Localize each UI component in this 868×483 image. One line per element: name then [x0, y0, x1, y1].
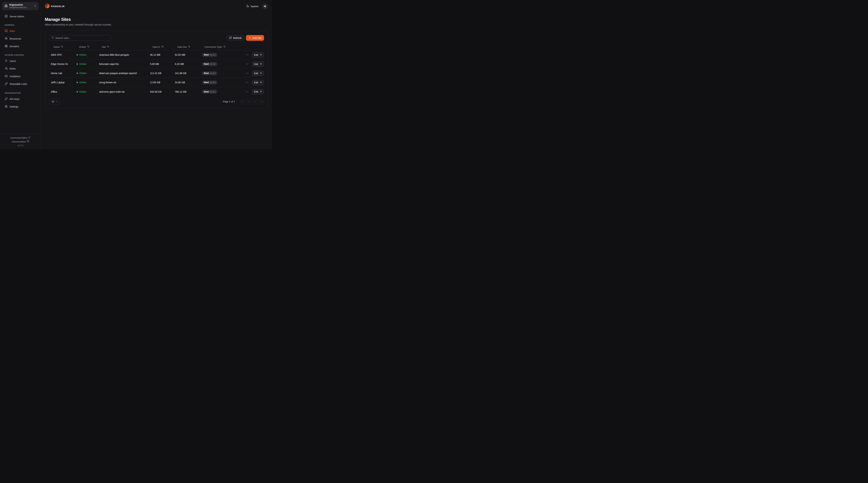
data-in-value: 112.42 GB: [148, 72, 173, 74]
theme-toggle[interactable]: System: [246, 5, 258, 8]
row-menu-button[interactable]: [245, 62, 249, 66]
site-name: Office: [49, 90, 75, 93]
site-slug: vivacious-little-blue-penguin: [97, 54, 148, 56]
sidebar-item-api-keys[interactable]: API Keys: [0, 96, 41, 102]
online-label: Online: [79, 54, 86, 56]
online-label: Online: [79, 90, 86, 93]
site-name: AWS VPC: [49, 54, 75, 56]
edit-button[interactable]: Edit: [252, 52, 264, 58]
column-header-data-out[interactable]: Data Out: [173, 45, 200, 48]
sidebar-item-domains[interactable]: Domains: [0, 43, 41, 49]
row-actions: Edit: [226, 80, 264, 85]
sidebar-item-server-admin[interactable]: Server Admin: [0, 14, 41, 19]
avatar-initial: M: [264, 5, 266, 8]
row-menu-button[interactable]: [245, 71, 249, 75]
site-name: Jeff's Laptop: [49, 81, 75, 84]
data-out-value: 34.80 GB: [173, 81, 200, 84]
search-input[interactable]: [55, 37, 109, 39]
next-page-button[interactable]: [253, 99, 258, 104]
last-page-button[interactable]: [259, 99, 264, 104]
online-dot: [76, 63, 78, 65]
pangolin-logo-icon: [45, 3, 50, 9]
sort-icon: [61, 45, 63, 48]
site-name: Home Lab: [49, 72, 75, 74]
sidebar-item-invitations[interactable]: Invitations: [0, 73, 41, 79]
column-header-online[interactable]: Online: [75, 45, 97, 48]
section-label-access-control: ACCESS CONTROL: [0, 54, 41, 56]
online-status: Online: [75, 72, 97, 74]
column-label: Site: [102, 45, 106, 48]
column-header-data-in[interactable]: Data In: [148, 45, 173, 48]
edit-button[interactable]: Edit: [252, 71, 264, 76]
sidebar-item-label: Resources: [9, 37, 21, 40]
row-actions: Edit: [226, 52, 264, 58]
sidebar-item-label: Users: [9, 60, 16, 62]
online-status: Online: [75, 81, 97, 84]
chevrons-up-down-icon: [34, 4, 36, 8]
topbar: PANGOLIN System M: [41, 0, 272, 12]
row-menu-button[interactable]: [245, 53, 249, 57]
data-in-value: 30.12 MB: [148, 54, 173, 56]
sort-icon: [87, 45, 89, 48]
column-header-site[interactable]: Site: [97, 45, 148, 48]
search-box: [49, 35, 111, 41]
sidebar-item-shareable-links[interactable]: Shareable Links: [0, 81, 41, 87]
search-icon: [51, 36, 54, 39]
add-site-button[interactable]: Add Site: [246, 35, 264, 41]
site-name: Edge Device 01: [49, 63, 75, 65]
online-status: Online: [75, 90, 97, 93]
sidebar-item-users[interactable]: Users: [0, 58, 41, 64]
data-out-value: 780.12 GB: [173, 90, 200, 93]
online-label: Online: [79, 63, 86, 65]
site-slug: smug-brown-rat: [97, 81, 148, 84]
user-avatar[interactable]: M: [262, 4, 268, 9]
community-edition-link[interactable]: Community Edition: [0, 136, 41, 140]
community-edition-label: Community Edition: [10, 136, 28, 140]
column-header-name[interactable]: Name: [49, 45, 75, 48]
data-in-value: 534.98 GB: [148, 90, 173, 93]
globe-icon: [5, 44, 8, 48]
edit-button[interactable]: Edit: [252, 89, 264, 94]
org-switcher[interactable]: Organization milo@fossorial.io's ...: [2, 2, 38, 10]
users-icon: [5, 67, 8, 70]
sidebar-item-label: Domains: [9, 45, 19, 48]
sidebar-item-roles[interactable]: Roles: [0, 66, 41, 71]
sidebar-item-sites[interactable]: Sites: [0, 28, 41, 34]
data-in-value: 12.65 GB: [148, 81, 173, 84]
section-label-organization: ORGANIZATION: [0, 92, 41, 94]
connection-badge: Newtv1.3.2: [202, 80, 217, 85]
table-header: Name Online Site Data In: [49, 43, 264, 50]
page-title: Manage Sites: [45, 17, 268, 22]
column-label: Data In: [153, 45, 160, 48]
page-head: Manage Sites Allow connectivity to your …: [41, 12, 272, 26]
site-slug: dead-san-joaquin-antelope-squirrel: [97, 72, 148, 74]
row-menu-button[interactable]: [245, 80, 249, 85]
edit-button[interactable]: Edit: [252, 80, 264, 85]
sidebar-item-label: Server Admin: [9, 15, 24, 18]
data-out-value: 52.02 MB: [173, 54, 200, 56]
connection-type-cell: Newtv1.3.2: [200, 62, 226, 66]
page-size-select[interactable]: 20: [49, 99, 60, 104]
arrow-right-icon: [259, 63, 262, 66]
chevron-down-icon: [56, 100, 58, 103]
first-page-button[interactable]: [240, 99, 245, 104]
sidebar-item-settings[interactable]: Settings: [0, 104, 41, 109]
server-icon: [5, 15, 8, 18]
sidebar-item-label: API Keys: [9, 98, 20, 100]
online-label: Online: [79, 72, 86, 74]
waypoints-icon: [5, 37, 8, 40]
column-header-connection-type[interactable]: Connection Type: [200, 45, 226, 48]
table-row: Office Online welcome-giant-mole-rat 534…: [49, 87, 264, 96]
arrow-right-icon: [259, 72, 262, 75]
sites-toolbar: Refresh Add Site: [49, 35, 264, 41]
sidebar-item-resources[interactable]: Resources: [0, 36, 41, 41]
edit-button[interactable]: Edit: [252, 61, 264, 67]
previous-page-button[interactable]: [247, 99, 251, 104]
row-menu-button[interactable]: [245, 90, 249, 94]
sidebar-item-label: Sites: [9, 30, 15, 32]
documentation-link[interactable]: Documentation: [0, 140, 41, 143]
site-slug: fortunate-cape-fox: [97, 63, 148, 65]
ticket-check-icon: [5, 74, 8, 78]
refresh-button[interactable]: Refresh: [226, 35, 244, 41]
arrow-right-icon: [259, 54, 262, 56]
